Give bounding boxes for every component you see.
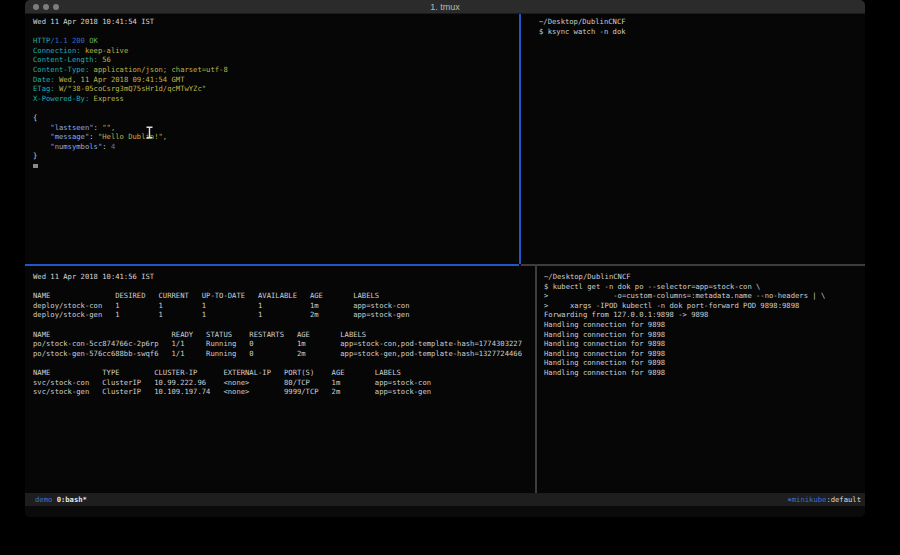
http-header-line: X-Powered-By: Express xyxy=(33,94,519,104)
header-value: W/"38-05coCsrg3mQ75sHr1d/qcMTwYZc" xyxy=(59,84,206,93)
json-value-number: 4 xyxy=(111,142,115,151)
services-table: NAME TYPE CLUSTER-IP EXTERNAL-IP PORT(S)… xyxy=(33,368,535,397)
http-proto: HTTP xyxy=(33,36,50,45)
status-right: ⎈minikube:default xyxy=(787,493,861,506)
cwd-line: ~/Desktop/DublinCNCF xyxy=(544,272,865,282)
json-separator: : xyxy=(102,142,111,151)
window-tab[interactable]: 0:bash* xyxy=(57,495,87,504)
json-key: "message" xyxy=(33,132,89,141)
session-name[interactable]: demo xyxy=(35,495,52,504)
header-value: application/json; charset=utf-8 xyxy=(94,65,228,74)
json-field-line: "message": "Hello Dublin!", xyxy=(33,132,519,142)
json-value: "", xyxy=(102,123,115,132)
blank-line xyxy=(33,282,535,292)
http-header-line: Connection: keep-alive xyxy=(33,46,519,56)
deployments-table: NAME DESIRED CURRENT UP-TO-DATE AVAILABL… xyxy=(33,291,535,320)
json-separator: : xyxy=(89,132,98,141)
window-bottom-padding xyxy=(25,506,865,517)
header-value: Wed, 11 Apr 2018 09:41:54 GMT xyxy=(59,75,185,84)
http-header-line: Date: Wed, 11 Apr 2018 09:41:54 GMT xyxy=(33,75,519,85)
terminal-area: Wed 11 Apr 2018 10:41:54 IST HTTP/1.1 20… xyxy=(25,14,865,493)
pods-table: NAME READY STATUS RESTARTS AGE LABELS po… xyxy=(33,330,535,359)
mouse-ibeam-cursor xyxy=(145,124,154,143)
json-key: "numsymbols" xyxy=(33,142,102,151)
http-header-line: ETag: W/"38-05coCsrg3mQ75sHr1d/qcMTwYZc" xyxy=(33,84,519,94)
window-title: 1. tmux xyxy=(25,2,865,12)
header-value: keep-alive xyxy=(85,46,128,55)
header-key: Content-Length: xyxy=(33,55,102,64)
json-separator: : xyxy=(94,123,103,132)
header-key: Connection: xyxy=(33,46,85,55)
tmux-status-bar: demo 0:bash* ⎈minikube:default xyxy=(25,493,865,506)
kube-namespace: :default xyxy=(826,495,861,504)
json-field-line: "numsymbols": 4 xyxy=(33,142,519,152)
header-value: 56 xyxy=(102,55,111,64)
json-value: "Hello Dublin!", xyxy=(98,132,167,141)
json-field-line: "lastseen": "", xyxy=(33,123,519,133)
json-key: "lastseen" xyxy=(33,123,94,132)
terminal-window: 1. tmux Wed 11 Apr 2018 10:41:54 IST HTT… xyxy=(25,0,865,517)
blank-line xyxy=(33,27,519,37)
pane-kubectl-get[interactable]: Wed 11 Apr 2018 10:41:56 IST NAME DESIRE… xyxy=(25,266,535,493)
status-left: demo 0:bash* xyxy=(35,493,87,506)
pane-port-forward[interactable]: ~/Desktop/DublinCNCF $ kubectl get -n do… xyxy=(537,266,865,493)
pane-ksync[interactable]: ~/Desktop/DublinCNCF $ ksync watch -n do… xyxy=(521,14,865,264)
http-status-line: HTTP/1.1 200 OK xyxy=(33,36,519,46)
timestamp-line: Wed 11 Apr 2018 10:41:54 IST xyxy=(33,17,519,27)
pane-http-response[interactable]: Wed 11 Apr 2018 10:41:54 IST HTTP/1.1 20… xyxy=(25,14,519,264)
command-line: $ ksync watch -n dok xyxy=(539,27,865,37)
kube-context: minikube xyxy=(792,495,827,504)
port-forward-output: $ kubectl get -n dok po --selector=app=s… xyxy=(544,282,865,378)
header-key: Content-Type: xyxy=(33,65,94,74)
http-header-line: Content-Length: 56 xyxy=(33,55,519,65)
terminal-cursor xyxy=(33,164,38,168)
window-titlebar[interactable]: 1. tmux xyxy=(25,0,865,14)
timestamp-line: Wed 11 Apr 2018 10:41:56 IST xyxy=(33,272,535,282)
json-close-brace: } xyxy=(33,151,519,161)
header-value: Express xyxy=(94,94,124,103)
json-open-brace: { xyxy=(33,113,519,123)
blank-line xyxy=(33,358,535,368)
blank-line xyxy=(33,320,535,330)
header-key: Date: xyxy=(33,75,59,84)
http-header-line: Content-Type: application/json; charset=… xyxy=(33,65,519,75)
blank-line xyxy=(33,103,519,113)
http-reason: OK xyxy=(89,36,98,45)
header-key: ETag: xyxy=(33,84,59,93)
header-key: X-Powered-By: xyxy=(33,94,94,103)
cwd-line: ~/Desktop/DublinCNCF xyxy=(539,17,865,27)
http-version-code: /1.1 200 xyxy=(50,36,89,45)
